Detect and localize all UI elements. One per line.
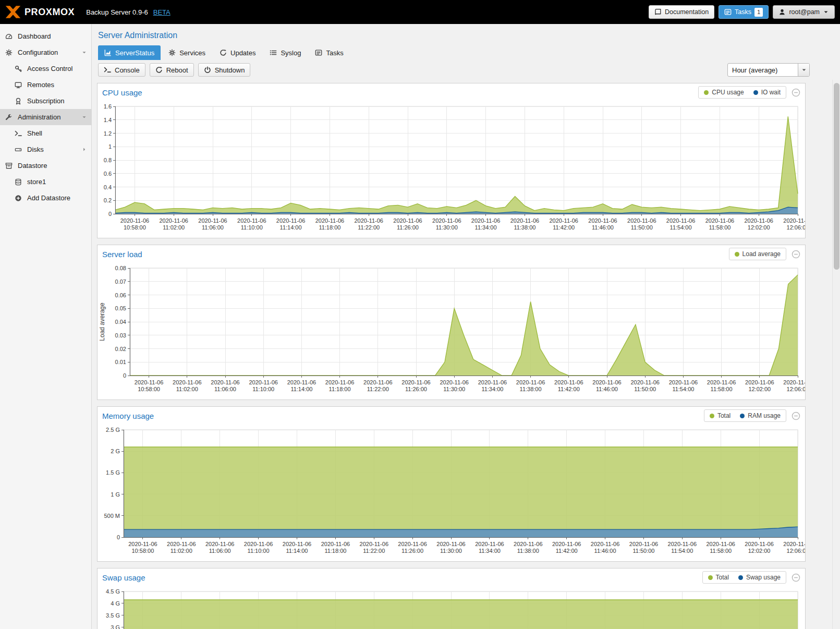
sidebar-item-store1[interactable]: store1 xyxy=(0,174,91,190)
svg-text:2020-11-06: 2020-11-06 xyxy=(363,379,392,385)
scrollbar-thumb[interactable] xyxy=(834,83,839,270)
svg-text:2020-11-06: 2020-11-06 xyxy=(705,217,734,224)
svg-text:2020-11-06: 2020-11-06 xyxy=(354,217,383,224)
svg-text:11:54:00: 11:54:00 xyxy=(672,386,694,392)
legend-dot xyxy=(708,575,713,580)
sidebar-item-label: Shell xyxy=(27,129,42,137)
syslog-icon xyxy=(270,49,277,56)
caret-down-icon xyxy=(823,9,829,15)
svg-text:11:26:00: 11:26:00 xyxy=(397,224,419,231)
svg-text:2020-11-06: 2020-11-06 xyxy=(629,541,658,547)
svg-text:3 G: 3 G xyxy=(111,624,120,629)
chart-area: 2020-11-0610:58:002020-11-0611:02:002020… xyxy=(98,101,805,238)
svg-text:2020-11-06: 2020-11-06 xyxy=(516,379,545,385)
svg-text:2020-11-06: 2020-11-06 xyxy=(205,541,234,547)
legend-item-load-average[interactable]: Load average xyxy=(735,250,781,258)
sidebar-item-label: Disks xyxy=(27,146,44,153)
svg-text:11:06:00: 11:06:00 xyxy=(209,548,231,554)
sidebar-item-configuration[interactable]: Configuration xyxy=(0,44,91,61)
svg-text:2020-11-06: 2020-11-06 xyxy=(783,379,805,385)
svg-text:11:46:00: 11:46:00 xyxy=(594,548,616,554)
user-menu-button[interactable]: root@pam xyxy=(773,5,835,19)
svg-text:2020-11-06: 2020-11-06 xyxy=(783,217,805,224)
vertical-scrollbar[interactable] xyxy=(832,80,840,629)
svg-text:11:14:00: 11:14:00 xyxy=(280,224,302,231)
shutdown-button[interactable]: Shutdown xyxy=(198,63,251,77)
sidebar-item-label: Dashboard xyxy=(18,32,51,40)
services-icon xyxy=(168,49,176,56)
sidebar-item-add-datastore[interactable]: Add Datastore xyxy=(0,190,91,206)
svg-text:2020-11-06: 2020-11-06 xyxy=(325,379,354,385)
sidebar-item-administration[interactable]: Administration xyxy=(0,109,91,125)
collapse-panel-icon[interactable] xyxy=(792,573,800,582)
caret-down-icon[interactable] xyxy=(81,50,87,55)
svg-text:4 G: 4 G xyxy=(111,600,120,607)
console-button[interactable]: Console xyxy=(98,63,145,77)
svg-text:2020-11-06: 2020-11-06 xyxy=(360,541,388,547)
svg-text:2020-11-06: 2020-11-06 xyxy=(510,217,539,224)
caret-down-icon[interactable] xyxy=(81,114,87,120)
reboot-button[interactable]: Reboot xyxy=(150,63,194,77)
svg-text:11:06:00: 11:06:00 xyxy=(202,224,224,231)
svg-text:11:58:00: 11:58:00 xyxy=(710,548,732,554)
svg-text:11:14:00: 11:14:00 xyxy=(286,548,308,554)
svg-text:12:06:00: 12:06:00 xyxy=(787,224,805,231)
svg-text:2 G: 2 G xyxy=(111,448,120,454)
caret-down-icon[interactable] xyxy=(798,64,809,76)
tasklist-icon xyxy=(315,49,322,56)
svg-text:2020-11-06: 2020-11-06 xyxy=(744,217,773,224)
datastore-icon xyxy=(4,162,14,170)
tab-services[interactable]: Services xyxy=(162,45,212,60)
caret-right-icon[interactable] xyxy=(81,147,87,152)
legend-item-ram-usage[interactable]: RAM usage xyxy=(740,412,781,419)
collapse-panel-icon[interactable] xyxy=(792,250,800,259)
svg-text:11:18:00: 11:18:00 xyxy=(329,386,351,392)
svg-text:0.01: 0.01 xyxy=(115,359,126,365)
svg-text:11:58:00: 11:58:00 xyxy=(711,386,733,392)
legend-item-swap-usage[interactable]: Swap usage xyxy=(738,574,781,581)
disk-icon xyxy=(14,146,23,153)
subscription-icon xyxy=(14,98,23,105)
svg-text:11:58:00: 11:58:00 xyxy=(709,224,731,231)
legend-item-total[interactable]: Total xyxy=(708,574,729,581)
terminal-icon xyxy=(14,130,23,137)
collapse-panel-icon[interactable] xyxy=(792,412,800,420)
sidebar-item-dashboard[interactable]: Dashboard xyxy=(0,28,91,44)
svg-text:2020-11-06: 2020-11-06 xyxy=(198,217,227,224)
legend-dot xyxy=(710,414,714,418)
tab-syslog[interactable]: Syslog xyxy=(263,45,307,60)
chart-icon xyxy=(104,49,112,56)
legend-item-total[interactable]: Total xyxy=(710,412,731,419)
documentation-button[interactable]: Documentation xyxy=(649,5,714,19)
tab-updates[interactable]: Updates xyxy=(213,45,262,60)
tab-serverstatus[interactable]: ServerStatus xyxy=(98,45,161,60)
beta-link[interactable]: BETA xyxy=(153,8,171,16)
panel-title: Swap usage xyxy=(102,573,145,582)
legend-item-cpu-usage[interactable]: CPU usage xyxy=(704,89,744,96)
svg-text:2020-11-06: 2020-11-06 xyxy=(666,217,695,224)
svg-text:11:30:00: 11:30:00 xyxy=(436,224,458,231)
svg-text:12:02:00: 12:02:00 xyxy=(748,224,770,231)
svg-text:2020-11-06: 2020-11-06 xyxy=(745,541,773,547)
sidebar-item-label: Configuration xyxy=(18,49,58,56)
tab-tasks[interactable]: Tasks xyxy=(309,45,349,60)
panel-memory-usage: Memory usageTotalRAM usage2020-11-0610:5… xyxy=(97,406,806,562)
svg-text:11:34:00: 11:34:00 xyxy=(479,548,501,554)
sidebar-item-disks[interactable]: Disks xyxy=(0,141,91,158)
collapse-panel-icon[interactable] xyxy=(792,88,800,97)
sidebar-item-subscription[interactable]: Subscription xyxy=(0,93,91,109)
svg-text:0.05: 0.05 xyxy=(115,305,126,311)
svg-text:2020-11-06: 2020-11-06 xyxy=(591,541,619,547)
panel-header: Memory usageTotalRAM usage xyxy=(98,407,805,425)
svg-text:2020-11-06: 2020-11-06 xyxy=(592,379,621,385)
svg-text:4.5 G: 4.5 G xyxy=(106,588,120,595)
sidebar-item-remotes[interactable]: Remotes xyxy=(0,77,91,93)
legend-item-io-wait[interactable]: IO wait xyxy=(753,89,781,96)
tasks-button[interactable]: Tasks 1 xyxy=(719,5,769,19)
sidebar-item-access-control[interactable]: Access Control xyxy=(0,61,91,77)
sidebar-item-shell[interactable]: Shell xyxy=(0,125,91,141)
sidebar-item-datastore[interactable]: Datastore xyxy=(0,158,91,174)
timeframe-select[interactable]: Hour (average) xyxy=(727,63,810,77)
svg-text:0: 0 xyxy=(108,211,112,217)
svg-text:11:50:00: 11:50:00 xyxy=(634,386,656,392)
